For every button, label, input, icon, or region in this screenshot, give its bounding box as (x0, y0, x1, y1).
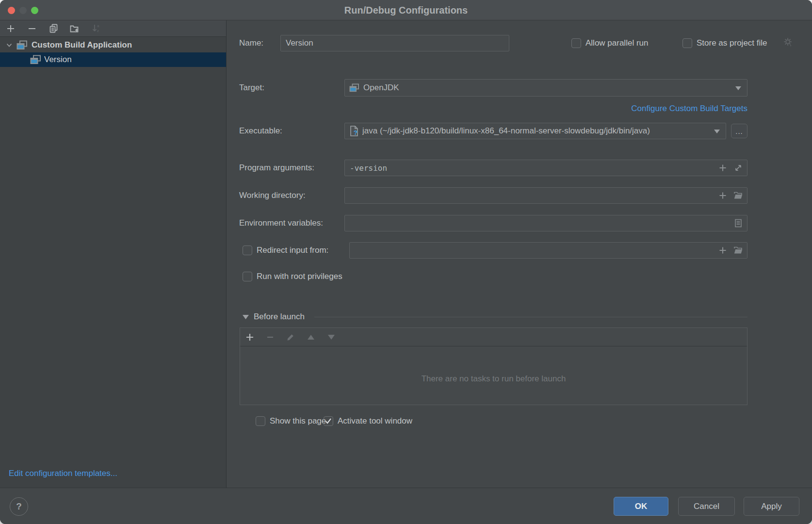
show-this-page-label: Show this page (270, 416, 326, 426)
add-task-button[interactable] (245, 332, 255, 342)
apply-button[interactable]: Apply (744, 497, 799, 516)
check-icon (325, 418, 332, 424)
titlebar: Run/Debug Configurations (0, 0, 812, 20)
program-arguments-field (344, 160, 747, 176)
program-arguments-input[interactable] (345, 160, 747, 176)
application-icon (30, 55, 41, 65)
configurations-tree: Custom Build Application Version (0, 38, 226, 67)
name-label: Name: (239, 38, 263, 49)
activate-tool-window-checkbox[interactable] (324, 416, 333, 426)
redirect-input-checkbox[interactable] (243, 246, 252, 255)
svg-text:?: ? (354, 129, 357, 136)
show-this-page-checkbox[interactable] (256, 416, 265, 426)
browse-folder-button[interactable] (733, 191, 743, 200)
environment-variables-input[interactable] (345, 215, 747, 231)
expand-field-button[interactable] (733, 163, 743, 173)
open-folder-icon (734, 246, 743, 254)
before-launch-panel: There are no tasks to run before launch (240, 328, 747, 405)
plus-icon (719, 164, 727, 172)
dropdown-caret-icon (735, 86, 741, 90)
activate-tool-window-label: Activate tool window (338, 416, 412, 426)
store-options-gear-button[interactable] (783, 37, 793, 47)
configure-custom-build-targets-link[interactable]: Configure Custom Build Targets (631, 104, 747, 114)
minus-icon (28, 24, 36, 33)
remove-configuration-button[interactable] (27, 24, 37, 33)
dialog-title: Run/Debug Configurations (0, 0, 812, 20)
help-button[interactable]: ? (10, 497, 28, 516)
edit-configuration-templates-link[interactable]: Edit configuration templates... (9, 469, 117, 478)
copy-icon (49, 24, 58, 33)
application-icon (16, 40, 28, 50)
tree-item-version[interactable]: Version (0, 52, 226, 67)
sidebar-toolbar: a z (0, 20, 226, 37)
redirect-input-field (349, 242, 747, 259)
target-value: OpenJDK (363, 83, 399, 93)
edit-task-button[interactable] (286, 332, 295, 342)
browse-folder-button[interactable] (733, 246, 743, 255)
new-folder-icon (70, 24, 80, 33)
pencil-icon (287, 333, 294, 341)
new-folder-button[interactable] (70, 24, 80, 33)
sort-configurations-button[interactable]: a z (91, 24, 101, 33)
ok-button[interactable]: OK (614, 497, 668, 516)
insert-macro-button[interactable] (718, 191, 728, 200)
store-as-project-file-checkbox[interactable] (682, 38, 692, 48)
open-folder-icon (734, 192, 743, 199)
target-label: Target: (239, 82, 264, 93)
insert-macro-button[interactable] (718, 246, 728, 255)
insert-macro-button[interactable] (718, 163, 728, 173)
redirect-input-label: Redirect input from: (257, 245, 328, 256)
dialog-footer: ? OK Cancel Apply (0, 488, 812, 524)
before-launch-section-header[interactable]: Before launch (243, 311, 747, 322)
run-debug-configurations-dialog: Run/Debug Configurations (0, 0, 812, 524)
program-arguments-label: Program arguments: (239, 163, 314, 173)
configuration-form: Name: Allow parallel run Store as projec… (227, 20, 812, 488)
redirect-input-path-input[interactable] (350, 243, 747, 258)
expand-icon (734, 164, 742, 172)
working-directory-field (344, 187, 747, 204)
plus-icon (6, 24, 15, 33)
browse-executable-button[interactable]: ... (731, 124, 747, 138)
cancel-button[interactable]: Cancel (678, 497, 735, 516)
sort-az-icon: a z (92, 24, 101, 33)
allow-parallel-run-checkbox[interactable] (571, 38, 581, 48)
working-directory-label: Working directory: (239, 190, 306, 201)
target-select[interactable]: OpenJDK (344, 79, 747, 97)
triangle-up-icon (308, 335, 314, 340)
svg-text:z: z (97, 29, 99, 33)
remove-task-button[interactable] (265, 332, 275, 342)
tree-group-label: Custom Build Application (32, 40, 132, 50)
empty-tasks-message: There are no tasks to run before launch (240, 374, 747, 384)
move-up-button[interactable] (306, 332, 316, 342)
triangle-down-icon (328, 335, 335, 340)
executable-value: java (~/jdk-jdk8-b120/build/linux-x86_64… (362, 126, 650, 136)
move-down-button[interactable] (326, 332, 336, 342)
plus-icon (719, 246, 727, 254)
copy-configuration-button[interactable] (49, 24, 58, 33)
environment-variables-label: Environment variables: (239, 218, 323, 229)
collapse-triangle-icon (243, 315, 249, 319)
plus-icon (245, 333, 254, 342)
add-configuration-button[interactable] (6, 24, 16, 33)
run-with-root-privileges-label: Run with root privileges (257, 271, 342, 282)
executable-combobox[interactable]: ? java (~/jdk-jdk8-b120/build/linux-x86_… (344, 123, 726, 139)
tree-item-label: Version (44, 55, 72, 65)
list-icon (734, 219, 742, 228)
chevron-down-icon (6, 42, 13, 49)
edit-environment-variables-button[interactable] (733, 218, 743, 228)
configurations-sidebar: a z Custom Build Application (0, 20, 227, 488)
working-directory-input[interactable] (345, 188, 747, 203)
question-mark-icon: ? (16, 501, 22, 512)
allow-parallel-run-label: Allow parallel run (585, 38, 648, 49)
before-launch-toolbar (240, 328, 747, 346)
before-launch-title: Before launch (254, 312, 305, 322)
tree-group-custom-build-application[interactable]: Custom Build Application (0, 38, 226, 52)
section-divider (314, 317, 747, 317)
dropdown-caret-icon (714, 130, 720, 133)
store-as-project-file-label: Store as project file (697, 38, 767, 49)
run-with-root-privileges-checkbox[interactable] (243, 272, 252, 281)
application-icon (349, 83, 359, 93)
unknown-file-icon: ? (350, 126, 358, 136)
name-input[interactable] (281, 35, 509, 51)
plus-icon (719, 192, 727, 199)
